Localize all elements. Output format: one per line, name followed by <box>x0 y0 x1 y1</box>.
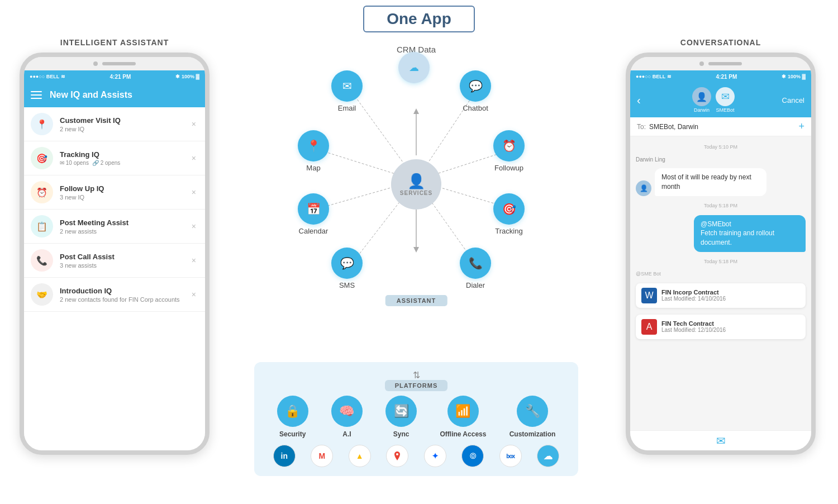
status-right: ✱ 100% ▓ <box>175 74 199 79</box>
node-chatbot: 💬 Chatbot <box>460 70 491 112</box>
list-item-followup[interactable]: ⏰ Follow Up IQ 3 new IQ × <box>24 175 205 210</box>
avatar-name-darwin: Darwin <box>694 107 710 113</box>
platform-icon-ai: 🧠 <box>331 396 363 427</box>
list-title-tracking: Tracking IQ <box>60 150 189 159</box>
right-panel: CONVERSATIONAL ●●●○○ BELL ≋ 4:21 PM ✱ 10… <box>609 38 832 455</box>
list-icon-post-call: 📞 <box>31 249 53 272</box>
bubble-darwin: 👤 Most of it will be ready by next month <box>636 168 806 196</box>
node-circle-followup: ⏰ <box>493 130 525 161</box>
close-post-meeting[interactable]: × <box>189 220 198 233</box>
platform-icon-offline: 📶 <box>447 396 479 427</box>
chat-bottom-bar: ✉ <box>630 430 811 450</box>
integration-linkedin[interactable]: in <box>273 445 296 467</box>
list-item-customer-visit[interactable]: 📍 Customer Visit IQ 2 new IQ × <box>24 107 205 141</box>
list-item-introduction[interactable]: 🤝 Introduction IQ 2 new contacts found f… <box>24 278 205 312</box>
integration-box[interactable]: box <box>499 445 522 467</box>
center-panel: CRM Data ✉ E <box>232 38 601 476</box>
svg-marker-9 <box>413 247 419 253</box>
node-circle-tracking: 🎯 <box>493 193 525 225</box>
platform-label-ai: A.I <box>342 430 351 438</box>
hamburger-line-2 <box>31 94 42 96</box>
back-icon[interactable]: ‹ <box>637 94 641 107</box>
avatar-smebot: ✉ SMEBot <box>716 87 735 113</box>
platform-label-sync: Sync <box>393 430 410 438</box>
close-post-call[interactable]: × <box>189 254 198 267</box>
node-sms: 💬 SMS <box>331 248 363 289</box>
avatar-circle-smebot: ✉ <box>716 87 735 106</box>
services-label: SERVICES <box>400 190 432 196</box>
list-sub-followup: 3 new IQ <box>60 194 189 201</box>
page-title: One App <box>387 10 451 27</box>
bot-label: @SME Bot <box>636 271 806 277</box>
phone-status-bar-left: ●●●○○ BELL ≋ 4:21 PM ✱ 100% ▓ <box>24 70 205 83</box>
timestamp-1: Today 5:10 PM <box>636 144 806 150</box>
doc-icon-pdf: A <box>641 319 657 335</box>
page-title-wrapper: One App <box>0 6 838 32</box>
list-item-post-call[interactable]: 📞 Post Call Assist 3 new assists × <box>24 244 205 278</box>
phone-speaker-right <box>708 62 742 65</box>
node-label-calendar: Calendar <box>299 227 328 235</box>
phone-content-left: 📍 Customer Visit IQ 2 new IQ × 🎯 Trackin… <box>24 107 205 450</box>
phone-camera <box>93 61 98 66</box>
doc-icon-word: W <box>641 288 657 303</box>
platform-ai: 🧠 A.I <box>331 396 363 438</box>
platform-icon-sync: 🔄 <box>385 396 417 427</box>
hamburger-icon[interactable] <box>31 91 42 99</box>
platform-sync: 🔄 Sync <box>385 396 417 438</box>
list-title-introduction: Introduction IQ <box>60 287 189 295</box>
list-sub-post-call: 3 new assists <box>60 262 189 269</box>
list-text-post-call: Post Call Assist 3 new assists <box>60 253 189 269</box>
integration-dropbox[interactable]: ✦ <box>424 445 446 467</box>
doc-card-fin-incorp[interactable]: W FIN Incorp Contract Last Modified: 14/… <box>636 283 806 308</box>
list-text-tracking: Tracking IQ ✉ 10 opens 🔗 2 opens <box>60 150 189 166</box>
list-icon-introduction: 🤝 <box>31 283 53 306</box>
status-right-right: ✱ 100% ▓ <box>782 74 806 79</box>
integration-gdrive[interactable]: ▲ <box>349 445 371 467</box>
node-circle-chatbot: 💬 <box>460 70 491 102</box>
cancel-button[interactable]: Cancel <box>782 96 804 104</box>
svg-marker-11 <box>413 108 419 114</box>
platform-label-offline: Offline Access <box>440 430 486 438</box>
timestamp-3: Today 5:18 PM <box>636 259 806 264</box>
node-circle-dialer: 📞 <box>460 248 491 279</box>
email-opens-badge: ✉ 10 opens <box>60 160 89 166</box>
integration-gmail[interactable]: M <box>311 445 333 467</box>
send-icon[interactable]: ✉ <box>716 434 726 448</box>
hamburger-line-1 <box>31 91 42 92</box>
list-text-introduction: Introduction IQ 2 new contacts found for… <box>60 287 189 303</box>
list-item-tracking[interactable]: 🎯 Tracking IQ ✉ 10 opens 🔗 2 opens × <box>24 141 205 175</box>
avatar-circle-darwin: 👤 <box>692 87 711 106</box>
add-recipient-icon[interactable]: + <box>798 121 804 132</box>
left-panel: INTELLIGENT ASSISTANT ●●●○○ BELL ≋ 4:21 … <box>6 38 223 455</box>
doc-name-fin-incorp: FIN Incorp Contract <box>661 289 800 296</box>
phone-top-bar-left <box>24 57 205 70</box>
chat-to-value: SMEBot, Darwin <box>649 123 798 131</box>
status-time: 4:21 PM <box>110 74 131 80</box>
integration-cloud[interactable]: ☁ <box>537 445 559 467</box>
list-text-followup: Follow Up IQ 3 new IQ <box>60 184 189 201</box>
list-item-post-meeting[interactable]: 📋 Post Meeting Assist 2 new assists × <box>24 210 205 244</box>
platform-customization: 🔧 Customization <box>510 396 556 438</box>
integration-icons-row: in M ▲ ✦ Ⓞ box ☁ <box>265 445 567 467</box>
phone-status-bar-right: ●●●○○ BELL ≋ 4:21 PM ✱ 100% ▓ <box>630 70 811 83</box>
main-layout: INTELLIGENT ASSISTANT ●●●○○ BELL ≋ 4:21 … <box>0 32 838 504</box>
list-sub-customer-visit: 2 new IQ <box>60 126 189 132</box>
doc-card-fin-tech[interactable]: A FIN Tech Contract Last Modified: 12/10… <box>636 315 806 339</box>
platforms-section: ⇅ PLATFORMS 🔒 Security 🧠 A.I 🔄 Sync <box>254 362 578 476</box>
list-sub-tracking: ✉ 10 opens 🔗 2 opens <box>60 160 189 166</box>
close-customer-visit[interactable]: × <box>189 117 198 131</box>
page-title-box: One App <box>363 6 475 32</box>
bubble-sent-text: @SMEbotFetch training and rollout docume… <box>694 215 806 252</box>
node-label-followup: Followup <box>494 164 523 172</box>
close-followup[interactable]: × <box>189 186 198 199</box>
close-introduction[interactable]: × <box>189 288 198 301</box>
integration-maps[interactable] <box>386 445 408 467</box>
phone-top-bar-right <box>630 57 811 70</box>
platform-label-customization: Customization <box>510 430 556 438</box>
platform-label-security: Security <box>279 430 306 438</box>
integration-outlook[interactable]: Ⓞ <box>461 445 484 467</box>
node-tracking: 🎯 Tracking <box>493 193 525 235</box>
svg-point-12 <box>396 453 398 455</box>
close-tracking[interactable]: × <box>189 151 198 165</box>
chat-to-label: To: <box>637 123 646 131</box>
